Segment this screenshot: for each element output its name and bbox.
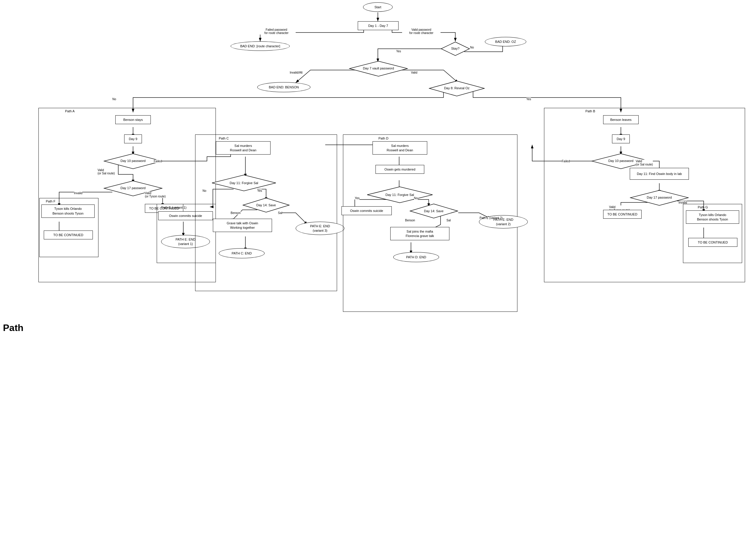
- valid-password-label: Valid password for route character: [402, 28, 441, 35]
- oswin-suicide-d-node: Oswin commits suicide: [342, 206, 392, 215]
- failed-a-label: Failed: [154, 160, 162, 163]
- yes-forgive-c-label: Yes: [257, 189, 262, 192]
- svg-text:Day 8: Reveal Oz: Day 8: Reveal Oz: [444, 86, 470, 90]
- svg-text:Day 14: Save: Day 14: Save: [256, 203, 276, 207]
- valid-vault-label: Valid: [411, 71, 417, 74]
- path-e-v3-end-node: PATH E: END (variant 3): [296, 222, 345, 235]
- yes-stay-label: Yes: [396, 50, 401, 53]
- path-g-event-label: Tyson kills Orlando Benson shoots Tyson: [697, 213, 728, 221]
- valid-tyson-a-label: Valid (or Tyson route): [145, 191, 166, 198]
- day11-find-oswin-label: Day 11: Find Oswin body in lab: [637, 172, 682, 176]
- day11-find-oswin-node: Day 11: Find Oswin body in lab: [630, 168, 689, 180]
- no-stay-label: No: [470, 46, 474, 49]
- day1-7-label: Day 1 - Day 7: [368, 24, 388, 28]
- bad-end-oz-node: BAD END: OZ: [485, 37, 526, 46]
- svg-text:Day 17 password: Day 17 password: [647, 196, 672, 199]
- oswin-murdered-label: Oswin gets murdered: [384, 167, 415, 171]
- path-e-v3-end-label: PATH E: END (variant 3): [310, 224, 330, 232]
- day1-7-node: Day 1 - Day 7: [358, 21, 399, 30]
- day9-a-label: Day 9: [129, 137, 138, 141]
- no-forgive-d-label: No: [414, 196, 418, 200]
- to-be-continued-f-label: TO BE CONTINUED: [53, 233, 83, 237]
- svg-text:Day 14: Save: Day 14: Save: [424, 209, 443, 213]
- day9-a-node: Day 9: [124, 135, 142, 143]
- failed-password-label: Failed password for route character: [257, 28, 296, 35]
- day11-forgive-c-node: Day 11: Forgive Sal: [211, 174, 276, 191]
- path-e-v2-label: Path E (variant 2): [480, 216, 503, 220]
- svg-text:Day 11: Forgive Sal: Day 11: Forgive Sal: [386, 193, 414, 196]
- grave-talk-c-node: Grave talk with Oswin Working together: [213, 219, 272, 232]
- benson-c-label: Benson: [231, 211, 241, 215]
- day8-reveal-node: Day 8: Reveal Oz: [429, 80, 485, 97]
- path-g-label: Path G: [698, 205, 708, 209]
- bad-end-oz-label: BAD END: OZ: [495, 40, 516, 44]
- valid-sal-a-label: Valid (or Sal route): [98, 168, 115, 175]
- day11-forgive-d-node: Day 11: Forgive Sal: [367, 186, 433, 203]
- to-be-continued-b-label: TO BE CONTINUED: [607, 212, 637, 216]
- benson-stays-label: Benson stays: [123, 118, 143, 122]
- invalid-alt-label: Invalid/Alt: [290, 71, 303, 74]
- path-c-box: [195, 135, 337, 291]
- path-b-label: Path B: [585, 109, 595, 113]
- sal-joins-node: Sal joins the mafia Florencia grave talk: [390, 227, 449, 240]
- failed-b-label: Failed: [562, 160, 570, 163]
- day14-save-d-node: Day 14: Save: [409, 203, 458, 219]
- oswin-suicide-d-label: Oswin commits suicide: [350, 209, 383, 213]
- start-node: Start: [363, 2, 393, 12]
- benson-d-label: Benson: [405, 219, 415, 222]
- path-c-end-node: PATH C: END: [219, 248, 265, 258]
- benson-stays-node: Benson stays: [115, 115, 151, 124]
- sal-murders-d-label: Sal murders Roswell and Dean: [387, 144, 413, 152]
- diagram-container: Start Day 1 - Day 7 Failed password for …: [0, 0, 756, 537]
- svg-text:Day 7 vault password: Day 7 vault password: [363, 66, 394, 70]
- invalid-a-label: Invalid: [74, 191, 82, 195]
- grave-talk-c-label: Grave talk with Oswin Working together: [227, 221, 258, 229]
- svg-text:Day 17 password: Day 17 password: [121, 186, 146, 190]
- path-a-label: Path A: [65, 109, 74, 113]
- no-forgive-c-label: No: [202, 189, 206, 192]
- yes-forgive-d-label: Yes: [355, 196, 359, 200]
- sal-murders-c-node: Sal murders Roswell and Dean: [216, 141, 271, 154]
- sal-joins-label: Sal joins the mafia Florencia grave talk: [406, 229, 434, 238]
- sal-d-label: Sal: [446, 219, 450, 222]
- stay-node: Stay?: [441, 41, 470, 56]
- path-c-label: Path C: [219, 137, 229, 140]
- oswin-murdered-node: Oswin gets murdered: [375, 165, 424, 174]
- no-day8-label: No: [112, 98, 116, 101]
- to-be-continued-b-node: TO BE CONTINUED: [603, 210, 642, 219]
- to-be-continued-g-node: TO BE CONTINUED: [688, 238, 737, 247]
- path-d-label: Path D: [378, 137, 389, 140]
- path-f-event-node: Tyson kills Orlando Benson shoots Tyson: [41, 204, 95, 218]
- bad-end-benson-node: BAD END: BENSON: [257, 82, 311, 92]
- day14-save-c-node: Day 14: Save: [242, 197, 290, 213]
- bad-end-benson-label: BAD END: BENSON: [269, 85, 299, 89]
- bad-end-route-label: BAD END: [route character]: [240, 44, 280, 48]
- day7-vault-node: Day 7 vault password: [349, 61, 408, 77]
- svg-text:Day 11: Forgive Sal: Day 11: Forgive Sal: [230, 181, 258, 185]
- path-f-label: Path F: [46, 199, 55, 203]
- start-label: Start: [374, 5, 381, 9]
- path-d-end-node: PATH D: END: [393, 252, 439, 262]
- path-c-end-label: PATH C: END: [231, 251, 252, 255]
- path-g-event-node: Tyson kills Orlando Benson shoots Tyson: [686, 210, 739, 224]
- path-e-v1-end-label: PATH E: END (variant 1): [176, 237, 195, 246]
- sal-murders-c-label: Sal murders Roswell and Dean: [230, 144, 256, 152]
- day9-b-label: Day 9: [617, 137, 625, 141]
- path-d-end-label: PATH D: END: [406, 255, 426, 259]
- valid-sal-b-label: Valid (or Sal route): [636, 160, 653, 166]
- svg-text:Day 10 password: Day 10 password: [609, 159, 634, 163]
- day9-b-node: Day 9: [612, 135, 630, 143]
- bad-end-route-node: BAD END: [route character]: [231, 41, 290, 51]
- benson-leaves-label: Benson leaves: [610, 118, 632, 122]
- path-e-v1-label: Path E (variant 1): [161, 206, 187, 209]
- sal-c-label: Sal: [278, 211, 282, 215]
- svg-text:Day 10 password: Day 10 password: [121, 159, 146, 163]
- path-f-event-label: Tyson kills Orlando Benson shoots Tyson: [53, 207, 84, 216]
- svg-text:Stay?: Stay?: [451, 47, 459, 50]
- benson-leaves-node: Benson leaves: [603, 115, 639, 124]
- to-be-continued-f-node: TO BE CONTINUED: [44, 230, 93, 239]
- to-be-continued-g-label: TO BE CONTINUED: [698, 240, 728, 244]
- sal-murders-d-node: Sal murders Roswell and Dean: [372, 141, 427, 154]
- path-bottom-label: Path: [3, 322, 23, 333]
- yes-day8-label: Yes: [526, 98, 531, 101]
